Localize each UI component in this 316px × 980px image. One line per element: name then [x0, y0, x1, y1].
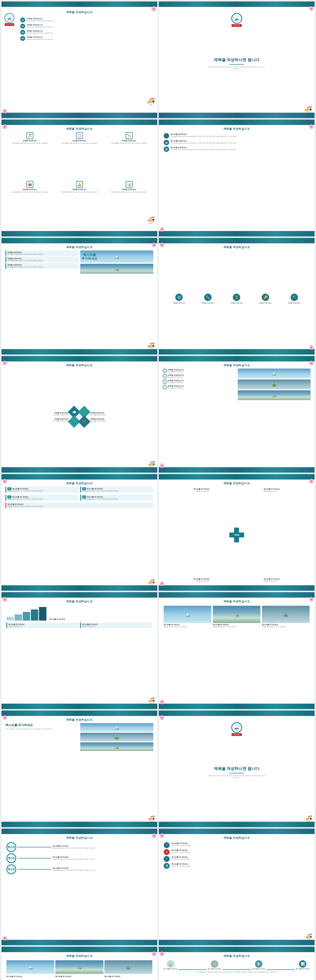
step-label: 제목을 작성하십시오: [168, 369, 184, 371]
timeline-line: [18, 847, 51, 847]
list-desc-4: 이재 에어 여 주세요 여 관광: [172, 865, 310, 867]
step-num: 4: [163, 385, 167, 389]
timeline-label: 텍스트를 추가하세요: [53, 845, 152, 847]
img-card-2: ⛰️ 텍스트를 추가하세요 제목을 작성하십시오 이가 이재 에어: [213, 606, 260, 700]
cherry-tl-11: 🌸: [2, 597, 7, 602]
cherry-bl-1: 🌸: [2, 108, 7, 114]
cherry-tl-14: 🌸: [159, 715, 165, 721]
img-a: 🏔️: [80, 723, 153, 732]
icon-box: 📦: [26, 181, 34, 188]
step-label: 제목을 작성하십시오: [168, 379, 184, 382]
cross-item-2-desc: 제목을 작성하십시오: [264, 490, 308, 492]
img-label-3: 텍스트를 추가하세요: [262, 624, 310, 626]
japan-banner-14: 일본 여행: [231, 733, 242, 736]
step-item: 3 제목을 작성하십시오 텍스트를 추가해 주세요: [163, 379, 236, 384]
item-desc: 제목을 작성하십시오 이가 이재 에어 여 주세요 여 관광: [7, 490, 78, 492]
timeline-row-3: 텍스트 텍스트를 추가하세요 제목을 작성하십시오 이가 이재 에어 여 주세요…: [6, 864, 152, 874]
slide-7-title: 제목을 작성하십시오: [5, 363, 153, 367]
step-box-02: 02 텍스트를 추가하세요 제목을 작성하십시오 이가 이재 에어 여 주세요 …: [80, 487, 153, 493]
quad-label-1: 제목을 작성하세요: [5, 412, 69, 414]
icon-shield: 🛡️ 텍스트를 추가하세요: [252, 960, 266, 970]
icon-clipboard: 📋: [76, 132, 83, 139]
cell-desc: 텍스트를 추가해 주세요 3-5 리 이재 여 맘에 여 TeMooS: [111, 191, 147, 193]
step-label: 텍스트를 추가하세요: [8, 623, 78, 626]
cell-desc: 텍스트를 추가해 주세요 3-5 리 이재 여 맘에 여 TeMooS: [111, 143, 147, 144]
cherry-tl-16: 🌸: [159, 833, 165, 838]
slide-15: 제목을 작성하십시오 텍스트 텍스트를 추가하세요 제목을 작성하십시오 이가 …: [2, 829, 157, 945]
wave-top-3: [2, 119, 157, 125]
img-road-17: 🛣️: [104, 960, 152, 974]
cherry-tr-15: 🌸: [151, 833, 157, 838]
cherry-tl-3: 🌸: [2, 124, 7, 129]
timeline-line: [18, 869, 51, 870]
item-label: 텍스트를 추가하세요: [87, 496, 103, 498]
main-subtitle: Please preparation now All content of th…: [207, 66, 267, 70]
info-label: 텍스트를 입력하세요: [171, 140, 236, 142]
cherry-tr-10: 🌸: [309, 479, 314, 484]
icon-chart: 📊: [126, 181, 132, 188]
icon-flow-label: 텍스트를 추가하세요: [296, 968, 310, 970]
cell-desc: 텍스트를 추가해 주세요 3-5 리 이재 여 맘에 여 TeMooS: [62, 191, 97, 193]
icon-book: 📗: [164, 863, 169, 869]
slide-13: 제목을 작성하십시오 텍스트를 추가하세요 이가 이재 에어 여 주세요 여 관…: [2, 711, 157, 827]
img-road-1: 🛣️: [262, 606, 310, 623]
icon-chart-18: 📊 텍스트를 추가하세요: [296, 960, 310, 970]
cross-item-1: 텍스트를 추가하세요: [165, 488, 210, 490]
left-title: 텍스트를 추가하세요: [5, 723, 79, 727]
quad-desc-2: 텍스트를 추가해 주세요: [90, 414, 153, 416]
icon-cell: ✏️ 제목을 작성하세요 텍스트를 추가해 주세요 3-5 리 이재 여 맘에 …: [105, 132, 153, 180]
step-num: 2: [163, 374, 167, 379]
cross-item-2: 텍스트를 추가하세요: [264, 488, 308, 490]
step-desc: 제목을 작성하십시오: [8, 626, 78, 627]
cross-item-4: 텍스트를 추가하세요: [264, 578, 308, 581]
item-desc: 제목을 작성하십시오 이가 이재 에어 여 주세요 여 관광: [7, 498, 78, 500]
item-1-label: 제목을 작성하십시오: [27, 18, 53, 20]
slide-3: 제목을 작성하십시오 🎵 제목을 작성하세요 텍스트를 추가해 주세요 3-5 …: [2, 119, 157, 236]
wave-top-10: [159, 474, 314, 479]
icon-headphone: 🎧: [164, 133, 169, 138]
bar-4: [31, 609, 38, 620]
wave-bottom-16: [159, 940, 314, 945]
list-item: 01 제목을 작성하십시오 Please just some text here…: [20, 18, 151, 22]
info-row: 🏛️ 텍스트를 입력하세요 이곳 Insert the body text of…: [164, 146, 310, 152]
img-desc-2: 제목을 작성하십시오 이가 이재 에어: [213, 626, 260, 628]
cell-desc: 텍스트를 추가해 주세요 3-5 리 이재 여 맘에 여 TeMooS: [12, 191, 48, 193]
staircase-chart: 텍스트를 추가하세요: [6, 606, 152, 620]
img-c: ⛰️: [80, 742, 153, 751]
info-desc: 이곳 Insert the body text of the entire 에어…: [171, 142, 236, 144]
food-bowl-1: 🍜: [146, 97, 155, 106]
cherry-tr-4: 🌸: [309, 124, 314, 129]
wave-top-8: [159, 356, 314, 361]
info-desc: 이곳 Insert the body text of the entire 에어…: [171, 149, 236, 151]
icon-cell: 📋 제목을 작성하세요 텍스트를 추가해 주세요 3-5 리 이재 여 맘에 여…: [55, 132, 104, 180]
wave-top-16: [159, 829, 314, 834]
slide-3-title: 제목을 작성하십시오: [5, 127, 153, 130]
slide-5-title: 제목을 작성하십시오: [5, 245, 153, 249]
bar-2: [14, 614, 22, 620]
slide-18-title: 제목을 작성하십시오: [163, 954, 311, 958]
flow-connector: [179, 969, 207, 970]
icon-label: 제목을 작성하세요: [202, 302, 214, 304]
timeline-circle-2: 텍스트: [6, 853, 16, 863]
wave-top-1: [2, 2, 157, 7]
img-sky-1: 🏔️: [164, 606, 211, 623]
step-label: 제목을 작성하십시오: [168, 385, 184, 387]
img-card-1: 🏔️ 텍스트를 추가하세요 제목을 작성하십시오 이가 이재 에어: [164, 606, 211, 700]
img-label-c: 텍스트를 추가하세요: [104, 975, 152, 978]
wave-top-17: [2, 947, 157, 952]
wave-top-7: [2, 356, 157, 361]
slide-5: 제목을 작성하십시오 제목을 작성하세요 텍스트를 추가해 주세요 3-5 리 …: [2, 238, 157, 355]
icon-smile: 🙂 텍스트를 추가하세요: [207, 960, 222, 970]
timeline-row-1: 텍스트 텍스트를 추가하세요 제목을 작성하십시오 이가 이재 에어 여 주세요…: [6, 842, 152, 852]
step-item: 4 제목을 작성하십시오 텍스트를 추가해 주세요: [163, 385, 236, 389]
cherry-tl-7: 🌸: [2, 360, 7, 366]
wave-bottom-7: [2, 467, 157, 473]
bar-label: 텍스트를 추가하세요: [49, 618, 65, 620]
flow-connector: [267, 969, 295, 970]
wave-bottom-8: [159, 467, 314, 473]
timeline-desc: 제목을 작성하십시오 이가 이재 에어 여 주세요 여 관광 이야기 내: [53, 847, 152, 849]
cherry-br-6: 🌸: [309, 345, 314, 350]
wave-top-2: [159, 2, 314, 7]
step-box: 제목을 작성하세요 텍스트를 추가해 주세요 3-5 리 이재 여 맘에 여 T…: [5, 257, 79, 262]
info-row: 🏠 텍스트를 입력하세요 이곳 Insert the body text of …: [164, 140, 310, 145]
